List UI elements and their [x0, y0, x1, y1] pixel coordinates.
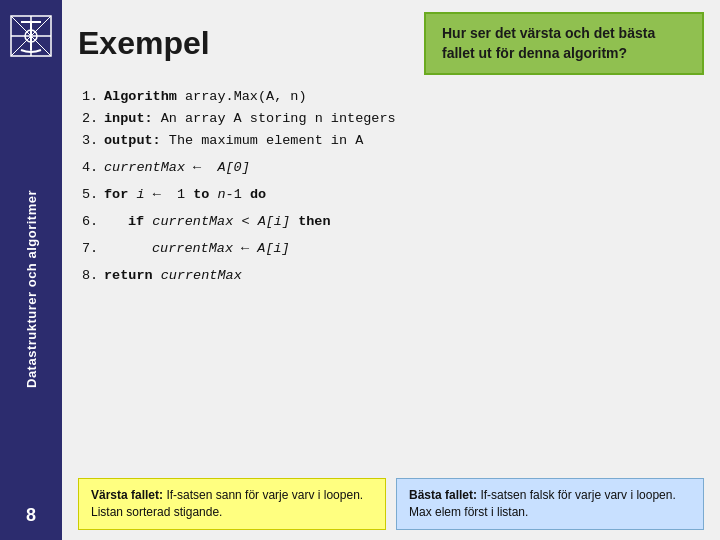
sidebar: Datastrukturer och algoritmer 8: [0, 0, 62, 540]
question-text: Hur ser det värsta och det bästa fallet …: [442, 25, 655, 61]
question-box: Hur ser det värsta och det bästa fallet …: [424, 12, 704, 75]
line-num-4: 4.: [82, 158, 104, 179]
code-line-2: 2. input: An array A storing n integers: [82, 109, 700, 130]
logo-area: [6, 8, 56, 63]
line-num-3: 3.: [82, 131, 104, 152]
code-text-8: return currentMax: [104, 266, 700, 287]
slide-title: Exempel: [78, 25, 424, 62]
line-num-7: 7.: [82, 239, 104, 260]
sidebar-label: Datastrukturer och algoritmer: [24, 190, 39, 388]
code-line-8: 8. return currentMax: [82, 266, 700, 287]
code-text-5: for i ← 1 to n-1 do: [104, 185, 700, 206]
code-section: 1. Algorithm array.Max(A, n) 2. input: A…: [62, 83, 720, 470]
slide-number: 8: [26, 505, 36, 540]
line-num-8: 8.: [82, 266, 104, 287]
main-content: Exempel Hur ser det värsta och det bästa…: [62, 0, 720, 540]
code-text-3: output: The maximum element in A: [104, 131, 700, 152]
worst-case-box: Värsta fallet: If-satsen sann för varje …: [78, 478, 386, 530]
line-num-5: 5.: [82, 185, 104, 206]
title-area: Exempel: [78, 12, 424, 75]
bottom-boxes: Värsta fallet: If-satsen sann för varje …: [62, 470, 720, 540]
code-line-7: 7. currentMax ← A[i]: [82, 239, 700, 260]
code-line-4: 4. currentMax ← A[0]: [82, 158, 700, 179]
code-text-1: Algorithm array.Max(A, n): [104, 87, 700, 108]
line-num-1: 1.: [82, 87, 104, 108]
code-text-6: if currentMax < A[i] then: [104, 212, 700, 233]
line-num-2: 2.: [82, 109, 104, 130]
code-text-4: currentMax ← A[0]: [104, 158, 700, 179]
code-text-2: input: An array A storing n integers: [104, 109, 700, 130]
code-text-7: currentMax ← A[i]: [104, 239, 700, 260]
code-line-5: 5. for i ← 1 to n-1 do: [82, 185, 700, 206]
top-section: Exempel Hur ser det värsta och det bästa…: [62, 0, 720, 83]
best-case-label: Bästa fallet:: [409, 488, 477, 502]
best-case-box: Bästa fallet: If-satsen falsk för varje …: [396, 478, 704, 530]
sidebar-label-container: Datastrukturer och algoritmer: [24, 73, 39, 505]
code-line-6: 6. if currentMax < A[i] then: [82, 212, 700, 233]
line-num-6: 6.: [82, 212, 104, 233]
logo-icon: [9, 14, 53, 58]
code-line-3: 3. output: The maximum element in A: [82, 131, 700, 152]
code-line-1: 1. Algorithm array.Max(A, n): [82, 87, 700, 108]
worst-case-label: Värsta fallet:: [91, 488, 163, 502]
